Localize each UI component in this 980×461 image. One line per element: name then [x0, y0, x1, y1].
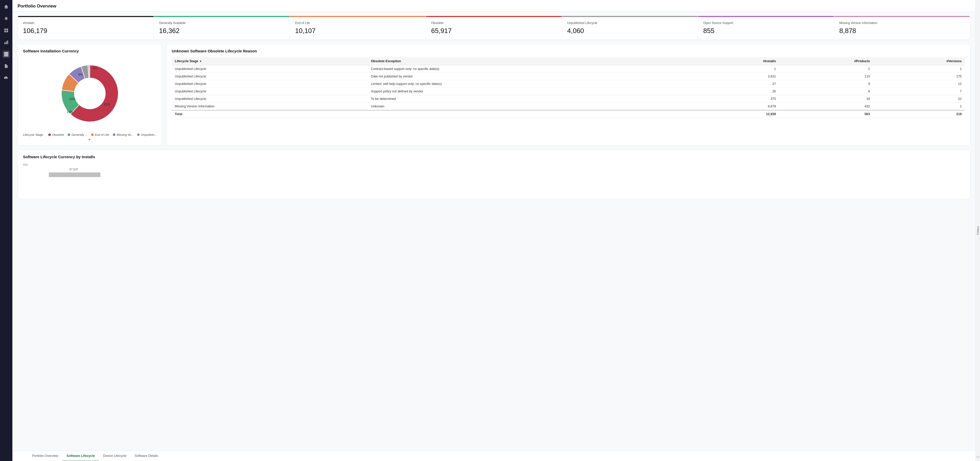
left-sidebar — [0, 0, 13, 461]
svg-rect-10 — [4, 56, 8, 56]
bar-value-label: 57,537 — [70, 168, 78, 171]
table-cell: 1 — [873, 65, 965, 73]
table-card: Unknown Software Obsolete Lifecycle Reas… — [166, 44, 970, 146]
bottom-chart-title: Software Lifecycle Currency by Installs — [23, 154, 965, 159]
table-col--versions[interactable]: #Versions — [873, 57, 965, 65]
table-cell: 375 — [697, 95, 779, 103]
stat-card-open-source-support[interactable]: Open Source Support 855 — [698, 16, 834, 40]
table-col-lifecycle-stage[interactable]: Lifecycle Stage▼ — [172, 57, 368, 65]
table-cell: 22 — [873, 95, 965, 103]
table-cell: Unpublished Lifecycle — [172, 73, 368, 80]
sidebar-icon-home[interactable] — [3, 3, 10, 10]
charts-row: Software Installation Currency 62%15%10%… — [18, 44, 970, 146]
donut-chart-card: Software Installation Currency 62%15%10%… — [18, 44, 162, 146]
stat-card-unpublished-lifecycle[interactable]: Unpublished Lifecycle 4,060 — [562, 16, 698, 40]
lifecycle-table: Lifecycle Stage▼Obsolete Exception#Insta… — [172, 57, 965, 118]
table-col--products[interactable]: #Products — [779, 57, 873, 65]
legend-dot — [113, 134, 115, 136]
stat-card-end-of-life[interactable]: End of Life 10,107 — [290, 16, 426, 40]
bar-y-label: 60K — [23, 163, 28, 166]
stat-card-missing-version-information[interactable]: Missing Version Information 8,878 — [834, 16, 970, 40]
collapse-filter-button[interactable]: << — [976, 455, 980, 459]
table-cell: 115 — [779, 73, 873, 80]
sidebar-icon-document[interactable] — [3, 62, 10, 70]
table-cell: 432 — [779, 103, 873, 110]
sidebar-icon-table[interactable] — [3, 51, 10, 58]
legend-item: End of Life — [91, 133, 109, 136]
donut-container: 62%15%10%8%4% Lifecycle StageObsoleteGen… — [23, 57, 157, 141]
table-cell: 27 — [697, 80, 779, 88]
sidebar-icon-star[interactable] — [3, 15, 10, 22]
bottom-chart-card: Software Lifecycle Currency by Installs … — [18, 150, 970, 199]
table-cell: 1 — [697, 65, 779, 73]
table-cell: 6 — [779, 88, 873, 95]
legend-dot — [68, 134, 70, 136]
svg-rect-2 — [5, 31, 6, 32]
table-cell: 8,878 — [697, 103, 779, 110]
table-title: Unknown Software Obsolete Lifecycle Reas… — [172, 49, 965, 53]
tab-software-lifecycle[interactable]: Software Lifecycle — [62, 451, 99, 461]
table-total-cell: 218 — [873, 110, 965, 118]
legend-more-arrow[interactable]: ▶ — [89, 138, 91, 141]
svg-rect-8 — [4, 53, 8, 54]
bar-stub — [49, 172, 100, 177]
table-row: Unpublished LifecycleSupport policy not … — [172, 88, 965, 95]
table-row: Unpublished LifecycleLimited: self-help … — [172, 80, 965, 88]
donut-svg-wrap: 62%15%10%8%4% — [54, 57, 126, 130]
legend-item: Obsolete — [48, 133, 64, 136]
table-col-obsolete-exception[interactable]: Obsolete Exception — [368, 57, 697, 65]
table-total-cell — [368, 110, 697, 118]
table-total-row: Total12,938563218 — [172, 110, 965, 118]
table-cell: 12 — [873, 80, 965, 88]
table-cell: 1 — [873, 103, 965, 110]
table-cell: Unpublished Lifecycle — [172, 80, 368, 88]
sidebar-icon-grid[interactable] — [3, 27, 10, 34]
legend-dot — [91, 134, 94, 136]
legend-item: Generally ... — [68, 133, 88, 136]
stats-row: #Installs 106,179 Generally Available 16… — [18, 16, 970, 40]
table-cell: Unpublished Lifecycle — [172, 88, 368, 95]
filter-sidebar[interactable]: Filters << — [975, 0, 980, 461]
stat-card-#installs[interactable]: #Installs 106,179 — [18, 16, 154, 40]
table-row: Unpublished LifecycleContract-based supp… — [172, 65, 965, 73]
sidebar-icon-chart[interactable] — [3, 39, 10, 46]
table-cell: Contract-based support only: no specific… — [368, 65, 697, 73]
chart-legend: Lifecycle StageObsoleteGenerally ...End … — [23, 133, 157, 141]
bar-chart-area: 60K 57,537 — [23, 163, 965, 194]
filter-sidebar-label: Filters — [976, 226, 980, 235]
table-total-cell: 12,938 — [697, 110, 779, 118]
svg-rect-5 — [6, 41, 7, 44]
svg-rect-1 — [6, 29, 8, 30]
tab-software-details[interactable]: Software Details — [130, 451, 162, 461]
tab-portfolio-overview[interactable]: Portfolio Overview — [28, 451, 62, 461]
table-row: Unpublished LifecycleDate not published … — [172, 73, 965, 80]
sidebar-icon-cloud[interactable] — [3, 74, 10, 81]
legend-label: Lifecycle Stage — [23, 133, 43, 136]
table-col--installs[interactable]: #Installs — [697, 57, 779, 65]
table-cell: 7 — [873, 88, 965, 95]
donut-chart-title: Software Installation Currency — [23, 49, 157, 53]
sort-arrow: ▼ — [199, 60, 202, 63]
table-row: Missing Version InformationUnknown8,8784… — [172, 103, 965, 110]
table-cell: Unpublished Lifecycle — [172, 65, 368, 73]
svg-rect-7 — [4, 52, 8, 53]
table-cell: Date not published by vendor — [368, 73, 697, 80]
table-cell: 175 — [873, 73, 965, 80]
table-cell: Missing Version Information — [172, 103, 368, 110]
table-cell: Limited: self-help support only: no spec… — [368, 80, 697, 88]
table-row: Unpublished LifecycleTo be determined375… — [172, 95, 965, 103]
tab-device-lifecycle[interactable]: Device Lifecycle — [99, 451, 130, 461]
table-cell: Unpublished Lifecycle — [172, 95, 368, 103]
svg-rect-6 — [7, 41, 8, 44]
main-content: Portfolio Overview #Installs 106,179 Gen… — [13, 0, 975, 461]
legend-dot — [137, 134, 140, 136]
legend-item: Missing Ve... — [113, 133, 134, 136]
tabs-bar: Portfolio OverviewSoftware LifecycleDevi… — [13, 451, 975, 461]
stat-card-obsolete[interactable]: Obsolete 65,917 — [426, 16, 562, 40]
table-cell: 3,631 — [697, 73, 779, 80]
table-cell: 18 — [779, 95, 873, 103]
table-cell: 26 — [697, 88, 779, 95]
stat-card-generally-available[interactable]: Generally Available 16,362 — [154, 16, 290, 40]
table-cell: Support policy not defined by vendor — [368, 88, 697, 95]
table-cell: 1 — [779, 65, 873, 73]
